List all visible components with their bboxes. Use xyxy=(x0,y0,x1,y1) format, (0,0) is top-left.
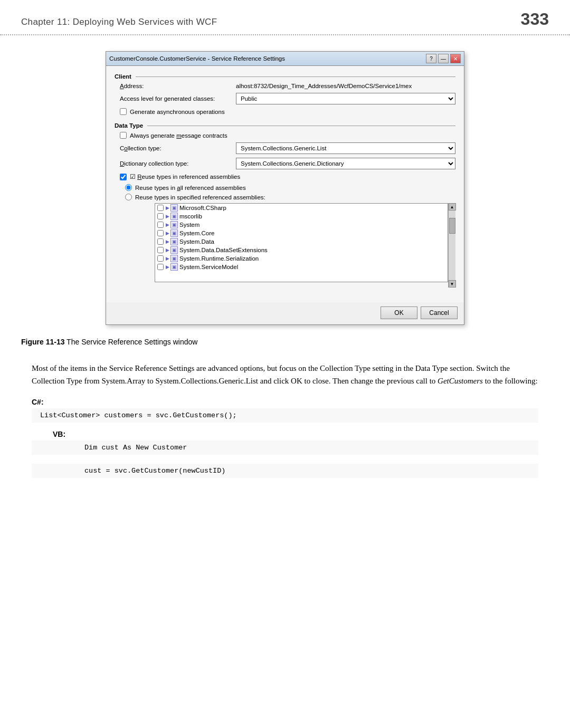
list-item: ▶ System.Runtime.Serialization xyxy=(155,254,448,263)
assembly-name: Microsoft.CSharp xyxy=(179,205,226,211)
figure-description: The Service Reference Settings window xyxy=(64,338,197,346)
always-generate-label: Always generate message contracts xyxy=(130,132,227,139)
vb-label: VB: xyxy=(32,430,538,438)
figure-label: Figure 11-13 xyxy=(21,338,64,346)
scrollbar-thumb[interactable] xyxy=(449,218,455,234)
list-item: ▶ Microsoft.CSharp xyxy=(155,204,448,212)
list-item: ▶ System xyxy=(155,221,448,229)
dictionary-type-label: Dictionary collection type: xyxy=(120,160,236,167)
expand-icon: ▶ xyxy=(166,256,169,261)
reuse-all-radio[interactable] xyxy=(125,184,132,191)
close-button[interactable]: ✕ xyxy=(450,54,461,63)
expand-icon: ▶ xyxy=(166,231,169,236)
async-checkbox-row: Generate asynchronous operations xyxy=(115,108,455,115)
help-button[interactable]: ? xyxy=(426,54,436,63)
assembly-icon xyxy=(170,255,178,262)
access-level-select[interactable]: Public Internal xyxy=(236,93,455,104)
assembly-checkbox-system-core[interactable] xyxy=(157,230,164,236)
data-type-section: Data Type Always generate message contra… xyxy=(115,122,455,288)
async-label: Generate asynchronous operations xyxy=(130,109,225,115)
assembly-checkbox-mscorlib[interactable] xyxy=(157,213,164,219)
assembly-checkbox-system-servicemodel[interactable] xyxy=(157,264,164,270)
ok-button[interactable]: OK xyxy=(381,306,417,319)
expand-icon: ▶ xyxy=(166,239,169,244)
assembly-icon xyxy=(170,204,178,212)
scroll-down-button[interactable]: ▼ xyxy=(449,280,456,288)
expand-icon: ▶ xyxy=(166,264,169,270)
csharp-label: C#: xyxy=(32,398,538,406)
csharp-section: C#: List<Customer> customers = svc.GetCu… xyxy=(0,398,570,423)
cancel-button[interactable]: Cancel xyxy=(421,306,458,319)
minimize-button[interactable]: — xyxy=(438,54,449,63)
dialog-body: Client Address: alhost:8732/Design_Time_… xyxy=(106,66,464,302)
assembly-checkbox-system-runtime[interactable] xyxy=(157,255,164,262)
list-item: ▶ mscorlib xyxy=(155,212,448,221)
body-text: Most of the items in the Service Referen… xyxy=(0,362,570,387)
reuse-specified-label: Reuse types in specified referenced asse… xyxy=(135,194,265,200)
scrollbar[interactable]: ▲ ▼ xyxy=(448,203,455,288)
vb-section: VB: Dim cust As New Customer cust = svc.… xyxy=(0,430,570,478)
address-label: Address: xyxy=(120,83,236,89)
list-item: ▶ System.Core xyxy=(155,229,448,237)
page-header: Chapter 11: Deploying Web Services with … xyxy=(0,0,570,35)
assembly-checkbox-system-data-dse[interactable] xyxy=(157,247,164,253)
list-item: ▶ System.Data xyxy=(155,237,448,246)
list-item: ▶ System.Data.DataSetExtensions xyxy=(155,246,448,254)
collection-type-row: Collection type: System.Collections.Gene… xyxy=(115,142,455,154)
italic-text: GetCustomers xyxy=(438,377,483,385)
assembly-list[interactable]: ▶ Microsoft.CSharp ▶ mscorlib ▶ xyxy=(155,203,448,282)
expand-icon: ▶ xyxy=(166,205,169,210)
assembly-icon xyxy=(170,246,178,254)
reuse-types-row: ☑ Reuse types in referenced assemblies xyxy=(115,173,455,180)
assembly-name: System.Core xyxy=(179,230,214,236)
dialog-title: CustomerConsole.CustomerService - Servic… xyxy=(109,55,285,62)
assembly-name: System.Data xyxy=(179,238,214,245)
address-value: alhost:8732/Design_Time_Addresses/WcfDem… xyxy=(236,83,455,89)
dialog-footer: OK Cancel xyxy=(106,302,464,324)
vb-code-line2: cust = svc.GetCustomer(newCustID) xyxy=(32,464,538,478)
reuse-all-label: Reuse types in all referenced assemblies xyxy=(135,185,246,191)
collection-type-select-wrapper: System.Collections.Generic.List System.A… xyxy=(236,142,455,154)
assembly-list-outer: ▶ Microsoft.CSharp ▶ mscorlib ▶ xyxy=(135,203,455,288)
address-row: Address: alhost:8732/Design_Time_Address… xyxy=(115,83,455,89)
csharp-code: List<Customer> customers = svc.GetCustom… xyxy=(32,408,538,423)
scroll-up-button[interactable]: ▲ xyxy=(449,203,456,210)
expand-icon: ▶ xyxy=(166,247,169,253)
reuse-types-label: ☑ Reuse types in referenced assemblies xyxy=(130,173,240,180)
client-section: Client Address: alhost:8732/Design_Time_… xyxy=(115,73,455,115)
page-number: 333 xyxy=(521,9,549,29)
assembly-name: System.Runtime.Serialization xyxy=(179,255,259,262)
dictionary-type-row: Dictionary collection type: System.Colle… xyxy=(115,158,455,169)
assembly-icon xyxy=(170,221,178,228)
expand-icon: ▶ xyxy=(166,214,169,219)
always-generate-checkbox[interactable] xyxy=(120,132,127,139)
assembly-icon xyxy=(170,229,178,237)
collection-type-select[interactable]: System.Collections.Generic.List System.A… xyxy=(236,142,455,154)
assembly-checkbox-system-data[interactable] xyxy=(157,238,164,245)
access-level-row: Access level for generated classes: Publ… xyxy=(115,93,455,104)
assembly-name: System xyxy=(179,222,200,228)
assembly-icon xyxy=(170,263,178,271)
assembly-icon xyxy=(170,213,178,220)
assembly-checkbox-microsoft-csharp[interactable] xyxy=(157,205,164,211)
client-section-label: Client xyxy=(115,73,455,80)
list-item: ▶ System.ServiceModel xyxy=(155,263,448,271)
async-checkbox[interactable] xyxy=(120,108,127,115)
assembly-name: System.ServiceModel xyxy=(179,264,238,270)
reuse-types-checkbox[interactable] xyxy=(120,174,127,180)
reuse-all-row: Reuse types in all referenced assemblies xyxy=(115,184,455,191)
dictionary-type-select[interactable]: System.Collections.Generic.Dictionary xyxy=(236,158,455,169)
always-generate-row: Always generate message contracts xyxy=(115,132,455,139)
dialog-titlebar: CustomerConsole.CustomerService - Servic… xyxy=(106,52,464,66)
assembly-checkbox-system[interactable] xyxy=(157,222,164,228)
assembly-icon xyxy=(170,238,178,245)
reuse-specified-row: Reuse types in specified referenced asse… xyxy=(115,194,455,200)
figure-caption: Figure 11-13 The Service Reference Setti… xyxy=(0,338,570,346)
access-level-select-wrapper: Public Internal xyxy=(236,93,455,104)
titlebar-buttons: ? — ✕ xyxy=(426,54,461,63)
expand-icon: ▶ xyxy=(166,222,169,227)
vb-code-line1: Dim cust As New Customer xyxy=(32,440,538,455)
reuse-specified-radio[interactable] xyxy=(125,194,132,200)
assembly-name: mscorlib xyxy=(179,213,202,219)
data-type-section-label: Data Type xyxy=(115,122,455,129)
